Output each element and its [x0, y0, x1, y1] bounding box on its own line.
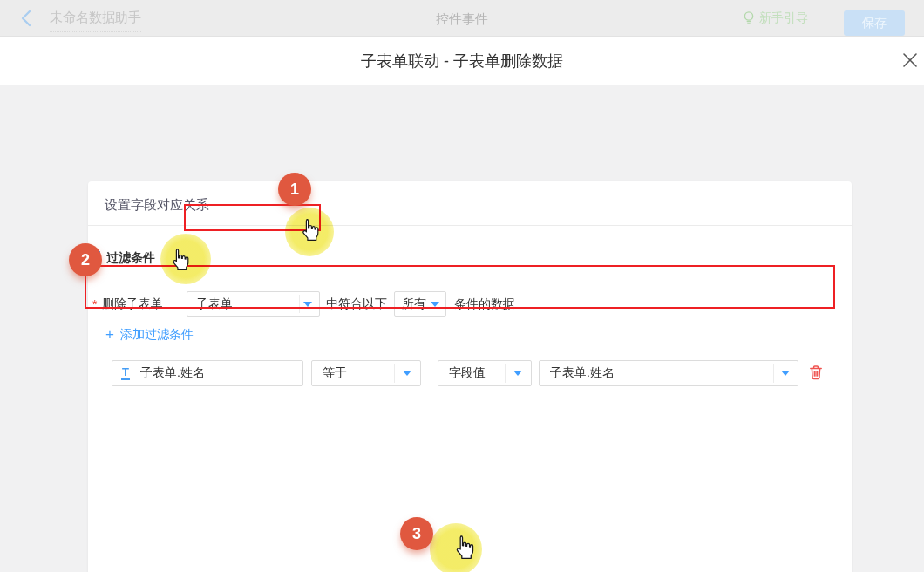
delete-condition-button[interactable] — [806, 364, 825, 383]
condition-field-value: 子表单.姓名 — [140, 365, 205, 381]
guide-label: 新手引导 — [759, 10, 808, 26]
operator-select-value: 等于 — [323, 365, 347, 381]
settings-panel: 设置字段对应关系 过滤条件 * 删除子表单 子表单 中符合以下 所有 条件的数据… — [88, 181, 852, 572]
middle-text: 中符合以下 — [326, 296, 387, 312]
scope-select[interactable]: 所有 — [394, 291, 446, 317]
screen: 未命名数据助手 控件事件 新手引导 保存 子表单联动 - 子表单删除数据 设置字… — [0, 0, 924, 572]
section-accent-bar — [98, 251, 100, 264]
top-bar: 未命名数据助手 控件事件 新手引导 保存 — [0, 0, 924, 37]
condition-field-input[interactable]: T 子表单.姓名 — [112, 360, 303, 386]
value-field-select[interactable]: 子表单.姓名 — [539, 360, 798, 386]
subform-select-value: 子表单 — [196, 296, 233, 312]
beginner-guide-link[interactable]: 新手引导 — [743, 10, 808, 26]
required-mark: * — [92, 297, 97, 311]
divider — [394, 364, 395, 383]
caret-down-icon — [303, 302, 312, 307]
value-type-select-value: 字段值 — [449, 365, 486, 381]
plus-icon: + — [105, 329, 114, 341]
add-filter-condition-label: 添加过滤条件 — [120, 327, 194, 343]
divider — [773, 364, 774, 383]
scope-select-value: 所有 — [402, 296, 426, 312]
value-field-select-value: 子表单.姓名 — [550, 365, 615, 381]
modal-header: 子表单联动 - 子表单删除数据 — [0, 37, 924, 85]
caret-down-icon — [403, 371, 411, 376]
modal-title: 子表单联动 - 子表单删除数据 — [0, 37, 924, 85]
caret-down-icon — [431, 302, 439, 307]
modal-body: 设置字段对应关系 过滤条件 * 删除子表单 子表单 中符合以下 所有 条件的数据… — [0, 85, 924, 572]
filter-section-title: 过滤条件 — [106, 250, 155, 266]
panel-title: 设置字段对应关系 — [105, 197, 209, 214]
trash-icon — [807, 364, 825, 381]
text-field-icon: T — [121, 366, 130, 380]
delete-subform-label: 删除子表单 — [102, 296, 163, 312]
lightbulb-icon — [743, 10, 755, 26]
divider — [88, 225, 852, 226]
caret-down-icon — [781, 371, 790, 376]
divider — [505, 364, 506, 383]
divider — [299, 295, 300, 313]
caret-down-icon — [513, 371, 522, 376]
operator-select[interactable]: 等于 — [311, 360, 421, 386]
save-button[interactable]: 保存 — [844, 10, 905, 36]
add-filter-condition-link[interactable]: + 添加过滤条件 — [105, 327, 194, 343]
close-icon[interactable] — [901, 52, 919, 70]
value-type-select[interactable]: 字段值 — [438, 360, 532, 386]
suffix-text: 条件的数据 — [454, 296, 515, 312]
subform-select[interactable]: 子表单 — [187, 291, 320, 317]
